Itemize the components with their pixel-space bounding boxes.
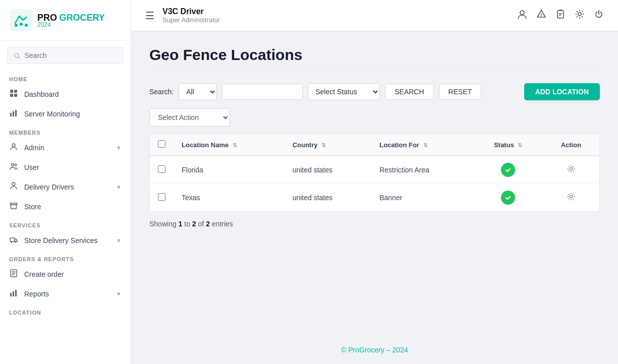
sidebar-item-user[interactable]: User bbox=[0, 157, 131, 177]
search-icon bbox=[14, 52, 20, 59]
logo-area: PRO GROCERY 2024 bbox=[0, 0, 131, 41]
sort-icon-status[interactable]: ⇅ bbox=[518, 142, 522, 148]
geo-fence-table: Location Name ⇅ Country ⇅ Location For ⇅… bbox=[149, 134, 600, 212]
table-row: Florida united states Restriction Area bbox=[150, 156, 599, 184]
sidebar-item-store-label: Store bbox=[24, 203, 41, 211]
svg-point-2 bbox=[20, 23, 23, 26]
sidebar-item-delivery-drivers[interactable]: Delivery Drivers ▼ bbox=[0, 177, 131, 197]
row-1-location-name: Florida bbox=[174, 156, 285, 184]
svg-rect-16 bbox=[10, 238, 15, 241]
search-text-input[interactable] bbox=[222, 84, 303, 100]
svg-point-24 bbox=[541, 16, 542, 17]
svg-point-14 bbox=[15, 164, 17, 166]
col-header-location-name: Location Name ⇅ bbox=[174, 134, 285, 156]
svg-point-23 bbox=[520, 11, 524, 15]
chevron-down-icon4: ▼ bbox=[116, 291, 122, 297]
row-2-country: united states bbox=[285, 184, 372, 212]
top-bar-icons bbox=[517, 9, 604, 22]
row-1-location-for: Restriction Area bbox=[371, 156, 474, 184]
nav-section-home: HOME bbox=[0, 70, 131, 84]
pagination-to: 2 bbox=[192, 220, 196, 228]
sidebar: PRO GROCERY 2024 HOME Dashboard Server M… bbox=[0, 0, 131, 364]
chevron-down-icon3: ▼ bbox=[116, 237, 122, 244]
search-button[interactable]: SEARCH bbox=[385, 84, 433, 100]
row-1-checkbox[interactable] bbox=[158, 165, 165, 173]
store-icon bbox=[9, 202, 18, 211]
row-2-location-name: Texas bbox=[174, 184, 285, 212]
row-1-status bbox=[474, 156, 543, 184]
sidebar-item-reports[interactable]: Reports ▼ bbox=[0, 284, 131, 304]
svg-rect-0 bbox=[10, 9, 32, 31]
top-bar: ☰ V3C Driver Super Administrator bbox=[131, 0, 618, 31]
status-select[interactable]: Select Status Active Inactive bbox=[308, 83, 380, 100]
nav-section-services: SERVICES bbox=[0, 216, 131, 230]
add-location-button[interactable]: ADD LOCATION bbox=[524, 83, 600, 100]
col-header-country: Country ⇅ bbox=[285, 134, 372, 156]
pagination-to-text: to bbox=[182, 220, 192, 228]
sidebar-item-server-monitoring[interactable]: Server Monitoring bbox=[0, 104, 131, 124]
sort-icon-location-name[interactable]: ⇅ bbox=[233, 142, 237, 148]
sidebar-item-create-order-label: Create order bbox=[24, 270, 64, 278]
sidebar-item-store-delivery[interactable]: Store Delivery Services ▼ bbox=[0, 230, 131, 250]
sidebar-search-bar[interactable] bbox=[7, 47, 124, 64]
sort-icon-country[interactable]: ⇅ bbox=[321, 142, 326, 148]
svg-point-18 bbox=[15, 241, 17, 243]
row-1-country: united states bbox=[285, 156, 372, 184]
search-input[interactable] bbox=[24, 51, 117, 59]
content-area: Geo Fence Locations Search: All Select S… bbox=[131, 31, 618, 336]
svg-rect-22 bbox=[15, 290, 17, 296]
table-row: Texas united states Banner bbox=[150, 184, 599, 212]
reset-button[interactable]: RESET bbox=[439, 84, 482, 100]
action-select[interactable]: Select Action Delete Enable Disable bbox=[149, 108, 230, 127]
sidebar-item-store-delivery-label: Store Delivery Services bbox=[24, 236, 98, 245]
user-icon[interactable] bbox=[517, 9, 527, 22]
search-all-select[interactable]: All bbox=[179, 83, 217, 100]
row-checkbox-2[interactable] bbox=[150, 184, 174, 212]
svg-rect-9 bbox=[10, 113, 12, 116]
page-title: Geo Fence Locations bbox=[149, 46, 600, 64]
nav-section-location: LOCATION bbox=[0, 304, 131, 318]
settings-icon[interactable] bbox=[575, 9, 585, 22]
user-group-icon bbox=[9, 162, 18, 172]
pagination-info: Showing 1 to 2 of 2 entries bbox=[149, 220, 600, 228]
row-checkbox-1[interactable] bbox=[150, 156, 174, 184]
status-active-icon-2 bbox=[501, 191, 515, 205]
sidebar-item-dashboard-label: Dashboard bbox=[24, 90, 59, 98]
row-2-status bbox=[474, 184, 543, 212]
action-gear-icon-1[interactable] bbox=[567, 165, 576, 175]
svg-point-17 bbox=[11, 241, 13, 243]
person-icon bbox=[9, 143, 18, 152]
footer-text: © ProGrocery – 2024 bbox=[341, 346, 408, 354]
bar-chart2-icon bbox=[9, 289, 18, 298]
action-gear-icon-2[interactable] bbox=[567, 193, 576, 203]
header-subtitle: Super Administrator bbox=[162, 16, 220, 24]
chevron-down-icon: ▼ bbox=[116, 145, 122, 151]
sidebar-item-store[interactable]: Store bbox=[0, 197, 131, 216]
clipboard-icon[interactable] bbox=[555, 9, 566, 22]
nav-section-orders-reports: ORDERS & REPORTS bbox=[0, 250, 131, 264]
svg-rect-7 bbox=[10, 94, 13, 97]
col-header-status: Status ⇅ bbox=[474, 134, 543, 156]
power-icon[interactable] bbox=[594, 9, 604, 22]
sidebar-item-admin-label: Admin bbox=[24, 144, 44, 152]
row-1-action bbox=[543, 156, 599, 184]
sidebar-item-dashboard[interactable]: Dashboard bbox=[0, 84, 131, 104]
footer: © ProGrocery – 2024 bbox=[131, 336, 618, 364]
pagination-showing-text: Showing bbox=[149, 220, 179, 228]
sidebar-item-delivery-drivers-label: Delivery Drivers bbox=[24, 183, 74, 191]
hamburger-menu-icon[interactable]: ☰ bbox=[145, 10, 154, 22]
sidebar-item-create-order[interactable]: Create order bbox=[0, 264, 131, 284]
select-all-checkbox[interactable] bbox=[158, 140, 165, 148]
alert-icon[interactable] bbox=[536, 9, 546, 22]
logo-icon bbox=[10, 9, 32, 31]
title-divider bbox=[149, 72, 600, 72]
sidebar-item-admin[interactable]: Admin ▼ bbox=[0, 138, 131, 157]
pagination-total: 2 bbox=[206, 220, 210, 228]
svg-rect-6 bbox=[14, 90, 17, 93]
svg-point-28 bbox=[570, 195, 572, 198]
row-2-checkbox[interactable] bbox=[158, 193, 165, 201]
row-2-action bbox=[543, 184, 599, 212]
search-label: Search: bbox=[149, 88, 174, 96]
svg-rect-25 bbox=[557, 11, 564, 18]
sort-icon-location-for[interactable]: ⇅ bbox=[423, 142, 428, 148]
